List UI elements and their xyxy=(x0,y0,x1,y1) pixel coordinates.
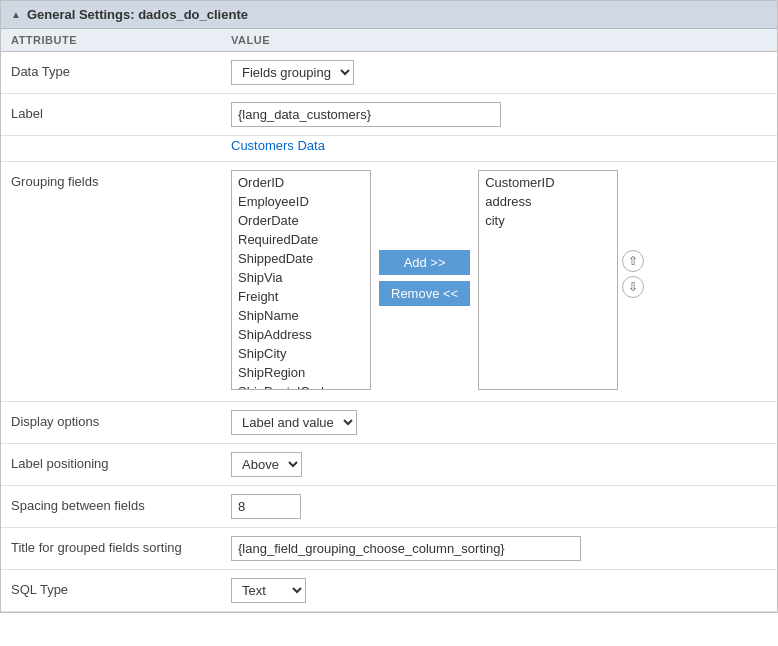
list-item[interactable]: Freight xyxy=(232,287,370,306)
list-item[interactable]: ShipName xyxy=(232,306,370,325)
grouping-right-list[interactable]: CustomerIDaddresscity xyxy=(478,170,618,390)
list-item[interactable]: OrderDate xyxy=(232,211,370,230)
collapse-icon[interactable]: ▲ xyxy=(11,9,21,20)
title-grouped-label: Title for grouped fields sorting xyxy=(11,536,231,555)
label-input[interactable] xyxy=(231,102,501,127)
title-grouped-input[interactable] xyxy=(231,536,581,561)
spacing-value xyxy=(231,494,767,519)
display-options-value: Label and value Label only Value only xyxy=(231,410,767,435)
label-positioning-value: Above Below Left Right xyxy=(231,452,767,477)
grouping-fields-row: Grouping fields OrderIDEmployeeIDOrderDa… xyxy=(1,162,777,402)
spacing-row: Spacing between fields xyxy=(1,486,777,528)
label-positioning-row: Label positioning Above Below Left Right xyxy=(1,444,777,486)
grouping-fields-label: Grouping fields xyxy=(11,170,231,189)
label-row-value xyxy=(231,102,767,127)
display-options-select[interactable]: Label and value Label only Value only xyxy=(231,410,357,435)
data-type-value: Fields grouping Text Number Date xyxy=(231,60,767,85)
attribute-col-header: ATTRIBUTE xyxy=(11,34,231,46)
list-item[interactable]: RequiredDate xyxy=(232,230,370,249)
general-settings-panel: ▲ General Settings: dados_do_cliente ATT… xyxy=(0,0,778,613)
grouping-fields-value: OrderIDEmployeeIDOrderDateRequiredDateSh… xyxy=(231,170,767,390)
list-item[interactable]: ShippedDate xyxy=(232,249,370,268)
data-type-row: Data Type Fields grouping Text Number Da… xyxy=(1,52,777,94)
move-down-button[interactable]: ⇩ xyxy=(622,276,644,298)
sql-type-select[interactable]: Text Integer Float Date xyxy=(231,578,306,603)
list-item[interactable]: address xyxy=(479,192,617,211)
sql-type-row: SQL Type Text Integer Float Date xyxy=(1,570,777,612)
display-options-row: Display options Label and value Label on… xyxy=(1,402,777,444)
spacing-label: Spacing between fields xyxy=(11,494,231,513)
grouping-controls: OrderIDEmployeeIDOrderDateRequiredDateSh… xyxy=(231,170,767,390)
move-up-button[interactable]: ⇧ xyxy=(622,250,644,272)
sql-type-label: SQL Type xyxy=(11,578,231,597)
label-positioning-select[interactable]: Above Below Left Right xyxy=(231,452,302,477)
panel-header: ▲ General Settings: dados_do_cliente xyxy=(1,1,777,29)
label-positioning-label: Label positioning xyxy=(11,452,231,471)
grouping-left-list[interactable]: OrderIDEmployeeIDOrderDateRequiredDateSh… xyxy=(231,170,371,390)
display-options-label: Display options xyxy=(11,410,231,429)
value-col-header: VALUE xyxy=(231,34,767,46)
panel-title: General Settings: dados_do_cliente xyxy=(27,7,248,22)
label-row-label: Label xyxy=(11,102,231,121)
remove-button[interactable]: Remove << xyxy=(379,281,470,306)
title-grouped-row: Title for grouped fields sorting xyxy=(1,528,777,570)
list-item[interactable]: OrderID xyxy=(232,173,370,192)
list-item[interactable]: ShipAddress xyxy=(232,325,370,344)
sql-type-value: Text Integer Float Date xyxy=(231,578,767,603)
add-remove-col: Add >> Remove << xyxy=(379,170,470,306)
list-item[interactable]: CustomerID xyxy=(479,173,617,192)
arrow-col: ⇧ ⇩ xyxy=(622,170,644,298)
customers-link-row: Customers Data xyxy=(1,136,777,162)
list-item[interactable]: ShipCity xyxy=(232,344,370,363)
list-item[interactable]: ShipPostalCode xyxy=(232,382,370,390)
customers-data-link[interactable]: Customers Data xyxy=(231,138,325,153)
right-list-wrap: CustomerIDaddresscity ⇧ ⇩ xyxy=(478,170,644,390)
list-item[interactable]: EmployeeID xyxy=(232,192,370,211)
list-item[interactable]: ShipVia xyxy=(232,268,370,287)
column-headers: ATTRIBUTE VALUE xyxy=(1,29,777,52)
list-item[interactable]: ShipRegion xyxy=(232,363,370,382)
data-type-label: Data Type xyxy=(11,60,231,79)
spacing-input[interactable] xyxy=(231,494,301,519)
add-button[interactable]: Add >> xyxy=(379,250,470,275)
label-row: Label xyxy=(1,94,777,136)
title-grouped-value xyxy=(231,536,767,561)
data-type-select[interactable]: Fields grouping Text Number Date xyxy=(231,60,354,85)
list-item[interactable]: city xyxy=(479,211,617,230)
